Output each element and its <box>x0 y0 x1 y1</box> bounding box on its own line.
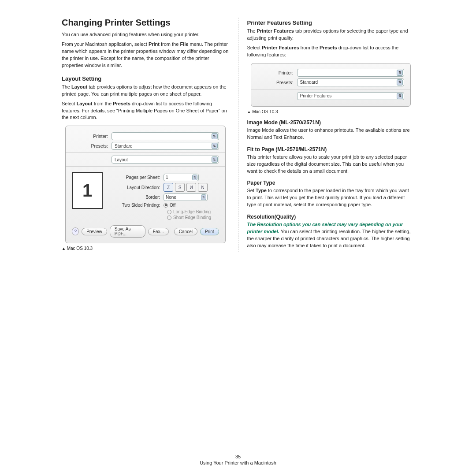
text-bold: Type <box>256 188 267 193</box>
dialog-caption-left: ▲ Mac OS 10.3 <box>62 246 229 251</box>
text-bold: Print <box>149 41 160 47</box>
text: from the <box>299 45 320 50</box>
help-icon[interactable]: ? <box>72 227 79 235</box>
chevron-down-icon: ⇅ <box>397 70 403 76</box>
printer-select[interactable]: ⇅ <box>112 132 219 140</box>
dialog-caption-right: ▲ Mac OS 10.3 <box>247 109 415 114</box>
text-bold: Layout <box>77 101 93 106</box>
fax-button[interactable]: Fax... <box>148 228 169 235</box>
presets-select[interactable]: Standard⇅ <box>112 142 219 150</box>
layout-para-2: Select Layout from the Presets drop-down… <box>62 100 229 122</box>
radio-short-edge[interactable] <box>167 216 171 220</box>
presets-value-2: Standard <box>300 80 318 85</box>
page-preview-icon: 1 <box>72 172 103 209</box>
text-bold: Layout <box>71 84 87 89</box>
layout-setting-heading: Layout Setting <box>62 75 229 82</box>
triangle-icon: ▲ <box>247 110 251 114</box>
border-select[interactable]: None⇅ <box>164 193 208 201</box>
right-column: Printer Features Setting The Printer Fea… <box>238 18 424 252</box>
printer-features-dialog: Printer: ⇅ Presets: Standard⇅ Printer Fe… <box>251 63 411 107</box>
text: Select <box>62 101 77 106</box>
paper-type-heading: Paper Type <box>247 180 415 186</box>
page-title: Changing Printer Settings <box>62 18 229 28</box>
triangle-icon: ▲ <box>62 246 66 251</box>
pf-para-2: Select Printer Features from the Presets… <box>247 45 415 59</box>
presets-value: Standard <box>115 144 133 149</box>
printer-features-heading: Printer Features Setting <box>247 19 415 26</box>
border-value: None <box>166 195 176 200</box>
short-edge-label: Short Edge Binding <box>173 215 211 220</box>
text: from the <box>93 101 113 106</box>
chapter-title: Using Your Printer with a Macintosh <box>200 460 276 465</box>
section-value-2: Printer Features <box>300 93 332 98</box>
text: to correspond to the paper loaded in the… <box>247 188 409 207</box>
resolution-para: The Resolution options you can select ma… <box>247 221 415 249</box>
text: Set <box>247 188 256 193</box>
radio-off[interactable] <box>164 203 168 208</box>
printer-label-2: Printer: <box>257 70 297 75</box>
border-label: Border: <box>111 195 164 200</box>
divider <box>66 152 225 153</box>
layout-para-1: The Layout tab provides options to adjus… <box>62 84 229 98</box>
direction-z-icon[interactable]: Z <box>164 183 173 192</box>
image-mode-heading: Image Mode (ML-2570/2571N) <box>247 119 415 126</box>
chevron-down-icon: ⇅ <box>212 133 218 139</box>
presets-select-2[interactable]: Standard⇅ <box>297 78 405 86</box>
text-bold: Presets <box>320 45 337 50</box>
from-menu-para: From your Macintosh application, select … <box>62 41 229 69</box>
image-mode-para: Image Mode allows the user to enhance pr… <box>247 127 415 141</box>
off-label: Off <box>170 203 175 208</box>
save-as-pdf-button[interactable]: Save As PDF... <box>110 225 145 238</box>
direction-n-icon[interactable]: N <box>198 183 208 192</box>
divider <box>251 89 411 89</box>
paper-type-para: Set Type to correspond to the paper load… <box>247 187 415 208</box>
presets-label-2: Presets: <box>257 80 297 85</box>
pages-per-sheet-select[interactable]: 1⇅ <box>164 174 199 181</box>
caption-text: Mac OS 10.3 <box>252 109 278 114</box>
pf-para-1: The Printer Features tab provides option… <box>247 28 415 42</box>
presets-label: Presets: <box>72 143 112 149</box>
layout-direction-group: Z S И N <box>164 183 208 192</box>
text: The <box>62 84 71 89</box>
page-number: 35 <box>0 454 476 459</box>
intro-para: You can use advanced printing features w… <box>62 31 229 38</box>
text-bold: File <box>180 41 188 47</box>
text: The <box>247 28 257 33</box>
page-footer: 35 Using Your Printer with a Macintosh <box>0 454 476 465</box>
pages-per-sheet-label: Pages per Sheet: <box>111 175 164 180</box>
fit-to-page-para: This printer feature allows you to scale… <box>247 154 415 175</box>
chevron-down-icon: ⇅ <box>397 79 403 86</box>
layout-dialog: Printer: ⇅ Presets: Standard⇅ Layout⇅ 1 <box>65 126 226 243</box>
text-bold: Printer Features <box>257 28 294 33</box>
caption-text: Mac OS 10.3 <box>67 246 93 251</box>
left-column: Changing Printer Settings You can use ad… <box>53 18 238 252</box>
section-select-2[interactable]: Printer Features⇅ <box>297 92 405 100</box>
printer-select-2[interactable]: ⇅ <box>297 69 405 77</box>
cancel-button[interactable]: Cancel <box>174 228 197 235</box>
radio-long-edge[interactable] <box>167 210 171 214</box>
section-select[interactable]: Layout⇅ <box>112 156 219 164</box>
resolution-heading: Resolution(Quality) <box>247 214 415 220</box>
chevron-down-icon: ⇅ <box>212 143 218 149</box>
text-bold: Presets <box>113 101 130 106</box>
long-edge-label: Long-Edge Binding <box>173 209 211 214</box>
chevron-down-icon: ⇅ <box>212 156 218 163</box>
divider <box>66 166 225 167</box>
pps-value: 1 <box>166 175 168 180</box>
chevron-down-icon: ⇅ <box>192 175 197 180</box>
text: from the <box>160 41 180 47</box>
text: From your Macintosh application, select <box>62 41 149 47</box>
chevron-down-icon: ⇅ <box>201 194 206 200</box>
fit-to-page-heading: Fit to Page (ML-2570/ML-2571N) <box>247 146 415 152</box>
two-sided-label: Two Sided Printing: <box>111 203 164 208</box>
section-value: Layout <box>115 157 128 162</box>
text: Select <box>247 45 262 50</box>
print-button[interactable]: Print <box>200 228 219 235</box>
chevron-down-icon: ⇅ <box>397 93 403 99</box>
preview-button[interactable]: Preview <box>82 228 107 235</box>
direction-u-icon[interactable]: И <box>186 183 196 192</box>
text-bold: Printer Features <box>262 45 299 50</box>
layout-direction-label: Layout Direction: <box>111 185 164 190</box>
direction-s-icon[interactable]: S <box>175 183 185 192</box>
printer-label: Printer: <box>72 134 112 139</box>
